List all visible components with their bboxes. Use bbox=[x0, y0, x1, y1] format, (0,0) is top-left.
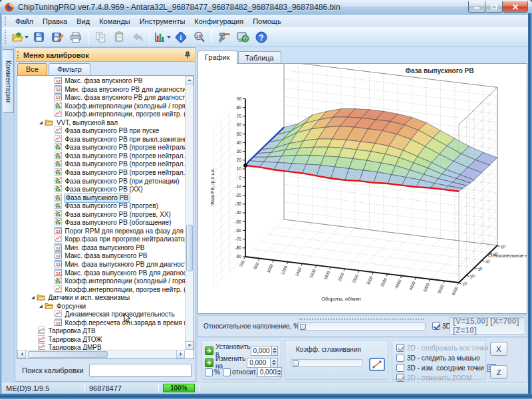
vertical-scroll-thumb[interactable] bbox=[186, 225, 193, 271]
fill-slider[interactable] bbox=[298, 323, 426, 331]
tree-item[interactable]: 12Мин. фаза впускного РВ для диагностики bbox=[17, 86, 185, 94]
fill-slider-thumb[interactable] bbox=[300, 324, 306, 330]
smoothing-slider-thumb[interactable] bbox=[293, 360, 299, 366]
surface-chart[interactable]: -90-80-70-60-50-40-30-20-100102030405060… bbox=[198, 64, 527, 313]
menu-file[interactable]: Файл bbox=[11, 16, 38, 27]
tree-item[interactable]: Фаза выпускного РВ (обогащение) bbox=[17, 219, 185, 227]
tree-item[interactable]: 12Макс. фаза выпускного РВ для диагности… bbox=[17, 269, 185, 278]
pin-icon[interactable] bbox=[184, 51, 191, 59]
info-button[interactable]: i bbox=[172, 29, 190, 46]
edit-curve-button[interactable] bbox=[369, 358, 385, 371]
tree-item[interactable]: 12Порог RPM для перехода на фазу для реж… bbox=[17, 227, 185, 236]
menu-grip[interactable] bbox=[5, 17, 8, 25]
tree-folder[interactable]: Датчики и исп. механизмы bbox=[17, 294, 185, 303]
maximize-button[interactable] bbox=[485, 1, 503, 13]
set-to-value[interactable]: 0,000 bbox=[251, 346, 272, 356]
online-button[interactable] bbox=[234, 29, 251, 46]
percent-checkbox[interactable] bbox=[205, 368, 213, 376]
menu-edit[interactable]: Правка bbox=[38, 16, 72, 27]
view-3d-checkbox[interactable] bbox=[432, 322, 440, 330]
set-to-spinner[interactable] bbox=[272, 346, 278, 356]
tree-horizontal-scrollbar[interactable] bbox=[17, 350, 185, 358]
change-by-spinner[interactable] bbox=[271, 358, 278, 368]
scroll-up-button[interactable] bbox=[185, 76, 194, 84]
menu-commands[interactable]: Команды bbox=[94, 16, 135, 27]
apply-change-button[interactable] bbox=[205, 358, 213, 367]
toolbar-grip[interactable] bbox=[5, 30, 8, 43]
search-input[interactable] bbox=[89, 364, 192, 377]
tree-item[interactable]: Фаза выпускного РВ bbox=[17, 194, 185, 203]
chart-mode-button[interactable] bbox=[154, 29, 171, 46]
scroll-left-button[interactable] bbox=[17, 350, 26, 358]
tree-item[interactable]: 12Макс. фаза впускного РВ bbox=[17, 77, 185, 86]
menu-instruments[interactable]: Инструменты bbox=[135, 16, 190, 27]
smoothing-slider[interactable] bbox=[291, 359, 362, 367]
tab-all[interactable]: Все bbox=[17, 63, 47, 75]
expand-arrow-icon[interactable] bbox=[39, 119, 43, 128]
relative-checkbox[interactable] bbox=[223, 368, 231, 376]
change-by-value[interactable]: 0,000 bbox=[247, 358, 271, 368]
copy-button[interactable] bbox=[92, 29, 109, 46]
open-file-button[interactable] bbox=[11, 29, 29, 46]
expand-arrow-icon[interactable] bbox=[39, 303, 43, 311]
tree-item[interactable]: Динамическая производительность bbox=[17, 311, 185, 319]
tree-item[interactable]: Фаза выпускного РВ (прогрев нейтрализато… bbox=[17, 144, 185, 152]
tree-item[interactable]: Фаза выпускного РВ (ХХ) bbox=[17, 186, 185, 194]
tree-vertical-scrollbar[interactable] bbox=[185, 76, 194, 350]
tree-item[interactable]: 12Макс. фаза впускного РВ для диагностик… bbox=[17, 94, 185, 102]
save-as-button[interactable] bbox=[49, 29, 66, 46]
minimize-button[interactable] bbox=[468, 1, 485, 13]
print-button[interactable] bbox=[67, 29, 84, 46]
scroll-down-button[interactable] bbox=[185, 341, 194, 350]
undo-button[interactable] bbox=[129, 29, 146, 46]
tree-item[interactable]: Фаза выпускного РВ (прогрев нейтрал., хо… bbox=[17, 152, 185, 161]
option-3d-follow-mouse-checkbox[interactable] bbox=[396, 354, 404, 362]
tree-item[interactable]: Фаза выпускного РВ (прогрев нейтрал., ХХ… bbox=[17, 169, 185, 178]
comments-tab[interactable]: Комментарии bbox=[3, 49, 14, 113]
tree-item[interactable]: Коэфф.интерполяции, прогрев нейтр. (холо… bbox=[17, 110, 185, 119]
tab-graph[interactable]: График bbox=[198, 51, 237, 64]
apply-set-button[interactable] bbox=[205, 346, 213, 355]
close-button[interactable] bbox=[503, 1, 528, 13]
tree-folder[interactable]: VVT, выпускной вал bbox=[17, 119, 185, 128]
open-dropdown-arrow[interactable] bbox=[25, 36, 29, 39]
tree-item[interactable]: Фаза выпускного РВ (прогрев, ХХ) bbox=[17, 211, 185, 219]
tree-item[interactable]: 12Мин. фаза выпускного РВ bbox=[17, 244, 185, 253]
panel-grip[interactable] bbox=[17, 51, 21, 59]
expand-arrow-icon[interactable] bbox=[31, 294, 35, 303]
tree-item[interactable]: Фаза выпускного РВ при выкл.зажигания bbox=[17, 136, 185, 144]
relative-spinner[interactable] bbox=[277, 367, 282, 377]
tree-item[interactable]: Коэфф.интерполяции (холодный / горячий ) bbox=[17, 277, 185, 286]
tree-item[interactable]: Коэфф.интерполяции (холодный / горячий ) bbox=[17, 102, 185, 111]
tree-item[interactable]: Фаза выпускного РВ (прогрев нейтрал., ХХ… bbox=[17, 160, 185, 169]
title-bar[interactable]: ChipTuningPRO ver.7.4.8.969 - Antara32L_… bbox=[0, 0, 532, 15]
chart-mode-dropdown-arrow[interactable] bbox=[167, 36, 171, 39]
tree-item[interactable]: Фаза выпускного РВ (при детонации) bbox=[17, 178, 185, 186]
tree-folder[interactable]: Форсунки bbox=[17, 303, 185, 311]
tree-item[interactable]: 12Макс. фаза выпускного РВ bbox=[17, 252, 185, 261]
horizontal-scroll-thumb[interactable] bbox=[28, 351, 108, 358]
paste-button[interactable] bbox=[110, 29, 128, 46]
tree-item[interactable]: 12Мин. фаза выпускного РВ для диагностик… bbox=[17, 261, 185, 269]
x-axis-button[interactable]: X bbox=[490, 342, 507, 356]
help-button[interactable]: ? bbox=[253, 29, 270, 46]
option-3d-adjacent-points-checkbox[interactable] bbox=[396, 364, 404, 372]
menu-view[interactable]: Вид bbox=[72, 16, 94, 27]
tree-item[interactable]: Фаза выпускного РВ при пуске bbox=[17, 127, 185, 136]
svg-text:20: 20 bbox=[469, 273, 475, 279]
tree-item[interactable]: Фаза выпускного РВ (прогрев) bbox=[17, 202, 185, 211]
tab-table[interactable]: Таблица bbox=[238, 51, 281, 64]
tree-item[interactable]: Тарировка ДМРВ bbox=[17, 344, 185, 350]
tree-item[interactable]: Корр.фаза при прогреве нейтрализатора bbox=[17, 235, 185, 244]
find-number-button[interactable]: 10 bbox=[191, 29, 208, 46]
menu-help[interactable]: Помощь bbox=[248, 16, 286, 27]
option-2d-cancel-zoom-checkbox[interactable] bbox=[396, 374, 404, 382]
save-button[interactable] bbox=[30, 29, 47, 46]
tab-filter[interactable]: Фильтр bbox=[49, 63, 90, 75]
option-2d-all-points-checkbox[interactable] bbox=[396, 344, 404, 352]
scroll-right-button[interactable] bbox=[176, 350, 185, 358]
relative-value[interactable]: 0,000 bbox=[257, 367, 277, 377]
z-axis-button[interactable]: Z bbox=[490, 365, 507, 379]
tools-button[interactable] bbox=[215, 29, 233, 46]
menu-configuration[interactable]: Конфигурация bbox=[190, 16, 248, 27]
